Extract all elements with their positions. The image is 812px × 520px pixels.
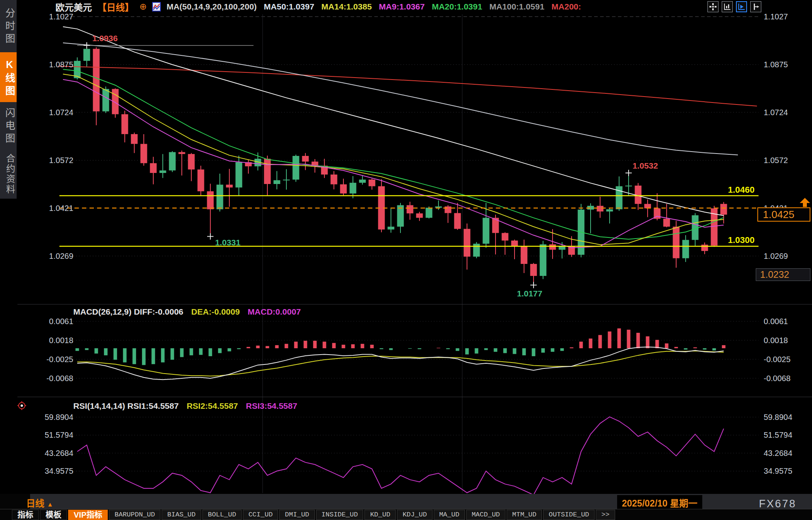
auto-scroll-icon[interactable] xyxy=(736,1,747,12)
indicator-tab-bar: 指标模板VIP指标BARUPDN_UDBIAS_UDBOLL_UDCCI_UDD… xyxy=(0,509,812,520)
ma-line-MA100 xyxy=(63,43,738,155)
circle-plus-icon[interactable]: ⊕ xyxy=(139,2,147,12)
indicator-settings-icon[interactable] xyxy=(152,2,161,11)
tab-VIP指标[interactable]: VIP指标 xyxy=(68,510,108,520)
tab-指标[interactable]: 指标 xyxy=(12,510,39,520)
period-selector[interactable]: 日线 ▲ xyxy=(26,496,53,509)
tab-MAUD[interactable]: MA_UD xyxy=(434,510,465,520)
sidebar-item-time-chart[interactable]: 分时图 xyxy=(0,4,17,50)
chart-header: 欧元美元 【日线】 ⊕ MA(50,14,9,20,100,200)MA50:1… xyxy=(55,1,581,13)
rsi-pane xyxy=(77,417,724,495)
caret-up-icon: ▲ xyxy=(47,501,53,508)
ma-line-MA14 xyxy=(63,74,724,245)
tab-模板[interactable]: 模板 xyxy=(40,510,67,520)
tab-BOLLUD[interactable]: BOLL_UD xyxy=(202,510,242,520)
selected-date-badge: 2025/02/10 星期一 xyxy=(617,495,702,510)
rsi-value: RSI2:54.5587 xyxy=(187,401,238,411)
macd-value: MACD:0.0007 xyxy=(248,307,301,317)
ma-line-MA9 xyxy=(63,80,724,248)
price-markers xyxy=(84,42,632,288)
watermark: FX678 xyxy=(759,498,797,510)
sidebar: 分时图 K线图 闪电图 合约资料 xyxy=(0,0,17,199)
ma-value: MA100:1.0591 xyxy=(489,2,544,11)
current-price-box: 1.0425 xyxy=(757,207,810,222)
chart-canvas[interactable] xyxy=(0,0,812,520)
tab-DMIUD[interactable]: DMI_UD xyxy=(279,510,315,520)
tab-BIASUD[interactable]: BIAS_UD xyxy=(162,510,201,520)
rsi-line xyxy=(77,417,724,495)
rsi-header: RSI(14,14,14) RSI1:54.5587RSI2:54.5587RS… xyxy=(73,401,297,411)
tab-CCIUD[interactable]: CCI_UD xyxy=(243,510,278,520)
low-price-box: 1.0232 xyxy=(756,268,810,281)
macd-value: MACD(26,12,9) DIFF:-0.0006 xyxy=(73,307,183,317)
candlestick-series xyxy=(74,46,727,285)
axis-scale-icon[interactable] xyxy=(722,1,733,12)
ma-value: MA14:1.0385 xyxy=(321,2,372,11)
chart-toolbar xyxy=(707,1,761,12)
tab-OUTSIDEUD[interactable]: OUTSIDE_UD xyxy=(543,510,595,520)
ma-line-MA200 xyxy=(58,66,757,106)
tab-INSIDEUD[interactable]: INSIDE_UD xyxy=(316,510,364,520)
rsi-value: RSI3:54.5587 xyxy=(246,401,297,411)
macd-value: DEA:-0.0009 xyxy=(191,307,240,317)
ma-line-MA50 xyxy=(63,27,724,216)
price-up-arrow-icon xyxy=(799,198,810,207)
sidebar-item-lightning-chart[interactable]: 闪电图 xyxy=(0,104,17,149)
tab-KDUD[interactable]: KD_UD xyxy=(364,510,396,520)
symbol-title: 欧元美元 xyxy=(55,0,92,13)
tab-KDJUD[interactable]: KDJ_UD xyxy=(397,510,432,520)
pan-tool-icon[interactable] xyxy=(707,1,719,12)
ma-values-row: MA(50,14,9,20,100,200)MA50:1.0397MA14:1.… xyxy=(166,2,581,11)
ma-lines xyxy=(58,27,757,248)
dea-line xyxy=(77,351,724,376)
date-bar-corner xyxy=(0,494,30,509)
ma-value: MA200: xyxy=(551,2,581,11)
rsi-value: RSI(14,14,14) RSI1:54.5587 xyxy=(73,401,179,411)
level-lines xyxy=(59,46,759,247)
sidebar-item-contract-info[interactable]: 合约资料 xyxy=(0,150,17,198)
ma-value: MA(50,14,9,20,100,200) xyxy=(166,2,257,11)
ma-value: MA9:1.0367 xyxy=(379,2,425,11)
date-bar: 日线 ▲ 2025/02/10 星期一 xyxy=(0,494,812,509)
sidebar-item-candle-chart[interactable]: K线图 xyxy=(0,52,17,102)
ma-value: MA50:1.0397 xyxy=(264,2,314,11)
chart-app: 1.09361.03311.01771.05321.10271.10271.08… xyxy=(0,0,812,520)
macd-header: MACD(26,12,9) DIFF:-0.0006DEA:-0.0009MAC… xyxy=(73,307,301,317)
tab-MACDUD[interactable]: MACD_UD xyxy=(466,510,505,520)
macd-pane xyxy=(76,328,726,380)
tab-MTMUD[interactable]: MTM_UD xyxy=(507,510,542,520)
period-tag: 【日线】 xyxy=(97,0,134,13)
indicator-target-icon[interactable] xyxy=(17,401,26,412)
gridlines xyxy=(17,14,812,493)
shift-axis-icon[interactable] xyxy=(750,1,761,12)
tab->>[interactable]: >> xyxy=(596,510,615,520)
tab-BARUPDNUD[interactable]: BARUPDN_UD xyxy=(109,510,160,520)
ma-value: MA20:1.0391 xyxy=(432,2,482,11)
